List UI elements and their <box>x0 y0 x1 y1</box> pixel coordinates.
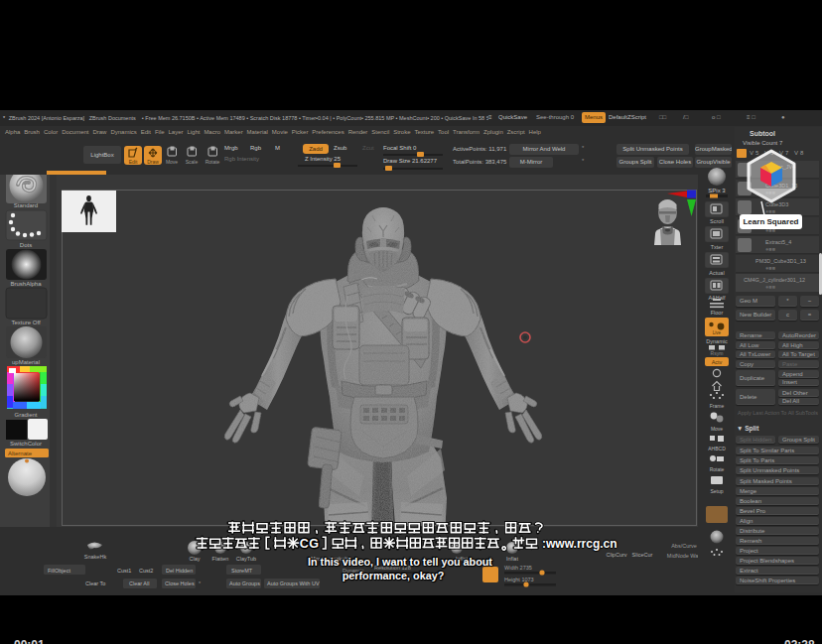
svg-text:G: G <box>309 537 319 551</box>
svg-text:C: C <box>300 537 309 551</box>
